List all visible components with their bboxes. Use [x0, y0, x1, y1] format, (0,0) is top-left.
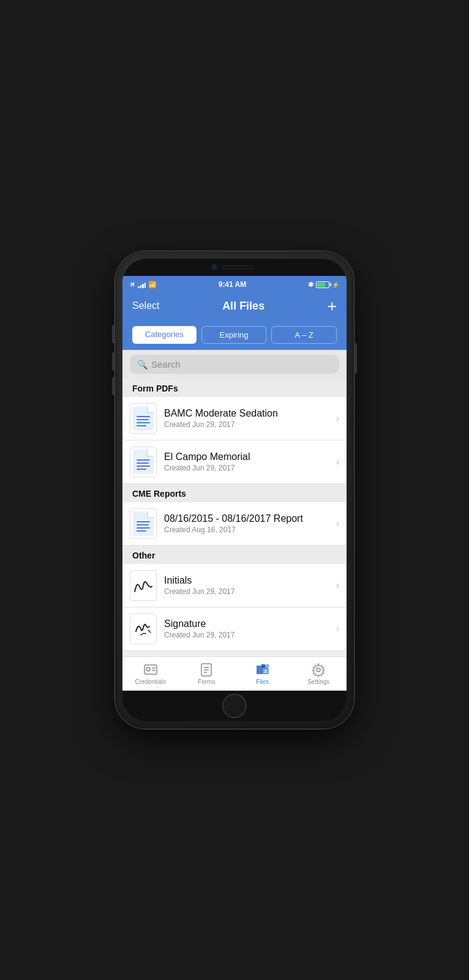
file-name-elcampo: El Campo Memorial [164, 451, 331, 462]
initials-svg [132, 574, 154, 596]
bottom-tab-files[interactable]: Files [234, 657, 291, 691]
files-icon [255, 663, 270, 677]
file-item-cmereport[interactable]: 08/16/2015 - 08/16/2017 Report Created A… [122, 502, 347, 546]
svg-rect-10 [261, 664, 265, 668]
status-left: ✈ 📶 [130, 281, 157, 289]
signal-bars [138, 281, 146, 288]
battery-fill [317, 283, 326, 287]
file-info-cme: 08/16/2015 - 08/16/2017 Report Created A… [164, 513, 331, 534]
section-header-other: Other [122, 546, 347, 564]
file-date-cme: Created Aug 16, 2017 [164, 525, 331, 534]
forms-icon [200, 663, 213, 677]
signature-icon [130, 614, 157, 644]
battery-icon [316, 281, 329, 288]
search-bar: 🔍 Search [122, 350, 347, 379]
speaker-grille [222, 265, 252, 269]
search-input[interactable]: 🔍 Search [130, 355, 339, 374]
file-date-elcampo: Created Jun 29, 2017 [164, 464, 331, 472]
file-icon-elcampo [130, 447, 157, 477]
doc-lines [133, 451, 153, 473]
status-bar: ✈ 📶 9:41 AM ✱ ⚡ [122, 276, 347, 293]
svg-point-13 [317, 668, 320, 672]
chevron-icon: › [336, 518, 339, 529]
file-name-bamc: BAMC Moderate Sedation [164, 408, 331, 419]
signature-svg [132, 618, 154, 640]
chevron-icon: › [336, 623, 339, 634]
bar3 [142, 284, 144, 288]
bar2 [140, 285, 142, 288]
doc-icon [133, 450, 154, 474]
file-item-elcampo[interactable]: El Campo Memorial Created Jun 29, 2017 › [122, 440, 347, 484]
file-date-bamc: Created Jun 29, 2017 [164, 420, 331, 429]
section-header-cme-reports: CME Reports [122, 484, 347, 502]
chevron-icon: › [336, 456, 339, 467]
charging-icon: ⚡ [332, 281, 339, 288]
bottom-tab-credentials[interactable]: Credentials [122, 657, 179, 691]
airplane-icon: ✈ [128, 280, 138, 289]
doc-icon [133, 511, 154, 536]
file-date-signature: Created Jun 29, 2017 [164, 631, 331, 639]
doc-icon [133, 406, 154, 431]
file-name-initials: Initials [164, 575, 331, 586]
search-placeholder: Search [151, 359, 181, 369]
home-indicator-area [122, 691, 347, 721]
status-right: ✱ ⚡ [308, 281, 339, 289]
bottom-tab-bar: Credentials Forms [122, 656, 347, 691]
tab-expiring[interactable]: Expiring [201, 326, 267, 344]
page-title: All Files [222, 300, 265, 313]
file-info-signature: Signature Created Jun 29, 2017 [164, 618, 331, 639]
camera-dot [212, 265, 217, 270]
forms-label: Forms [198, 678, 215, 685]
file-date-initials: Created Jun 29, 2017 [164, 587, 331, 596]
tab-az[interactable]: A – Z [271, 326, 337, 344]
tab-categories[interactable]: Categories [132, 326, 197, 344]
bar1 [138, 286, 140, 288]
file-info-elcampo: El Campo Memorial Created Jun 29, 2017 [164, 451, 331, 472]
segmented-tab-bar: Categories Expiring A – Z [122, 321, 347, 350]
chevron-icon: › [336, 580, 339, 591]
credentials-icon [143, 663, 158, 677]
initials-icon [130, 570, 157, 601]
status-time: 9:41 AM [219, 280, 247, 289]
files-label: Files [256, 678, 269, 685]
doc-lines [133, 407, 153, 429]
bluetooth-icon: ✱ [308, 281, 313, 289]
chevron-icon: › [336, 413, 339, 424]
wifi-icon: 📶 [148, 281, 157, 289]
file-icon-bamc [130, 403, 157, 434]
file-item-bamc[interactable]: BAMC Moderate Sedation Created Jun 29, 2… [122, 397, 347, 440]
section-header-form-pdfs: Form PDFs [122, 379, 347, 397]
search-icon: 🔍 [137, 360, 148, 369]
settings-icon [312, 663, 325, 677]
add-button[interactable]: + [328, 298, 337, 314]
file-name-cme: 08/16/2015 - 08/16/2017 Report [164, 513, 331, 524]
file-info-initials: Initials Created Jun 29, 2017 [164, 575, 331, 596]
select-button[interactable]: Select [132, 300, 159, 311]
file-item-initials[interactable]: Initials Created Jun 29, 2017 › [122, 564, 347, 607]
bar4 [144, 283, 146, 288]
doc-lines [133, 513, 153, 535]
nav-bar: Select All Files + [122, 293, 347, 321]
credentials-label: Credentials [135, 678, 166, 685]
bottom-tab-forms[interactable]: Forms [179, 657, 235, 691]
file-info-bamc: BAMC Moderate Sedation Created Jun 29, 2… [164, 408, 331, 429]
svg-point-1 [146, 667, 150, 671]
file-item-signature[interactable]: Signature Created Jun 29, 2017 › [122, 607, 347, 651]
file-icon-cme [130, 508, 157, 539]
home-button[interactable] [222, 694, 247, 718]
file-list: Form PDFs [122, 379, 347, 656]
bottom-tab-settings[interactable]: Settings [291, 657, 347, 691]
file-name-signature: Signature [164, 618, 331, 629]
settings-label: Settings [307, 678, 329, 685]
